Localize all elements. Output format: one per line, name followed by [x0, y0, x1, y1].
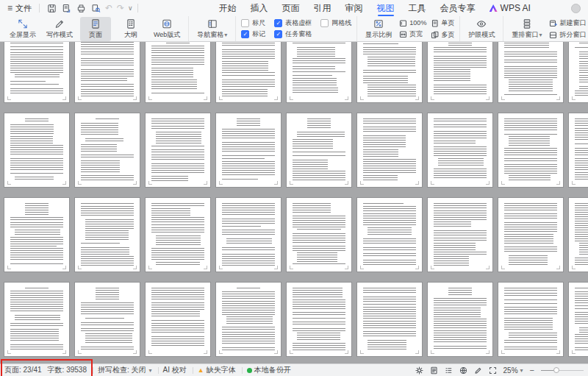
page-thumbnail[interactable]: [145, 113, 211, 188]
tab-wps-ai[interactable]: WPS AI: [490, 0, 531, 16]
page-thumbnail[interactable]: [74, 42, 140, 103]
page-thumbnail[interactable]: [427, 197, 493, 272]
navigation-pane-button[interactable]: 导航窗格: [194, 17, 230, 41]
split-window-button[interactable]: 拆分窗口: [549, 30, 588, 40]
page-thumbnail[interactable]: [4, 282, 70, 357]
page-thumbnail[interactable]: [145, 197, 211, 272]
page-thumbnail[interactable]: [498, 42, 564, 103]
fullscreen-button[interactable]: 全屏显示: [7, 17, 39, 41]
page-mode-button[interactable]: 页面: [80, 17, 111, 41]
page-thumbnail[interactable]: [286, 113, 352, 188]
crop-mark: [572, 181, 576, 185]
tab-review[interactable]: 审阅: [345, 0, 363, 16]
zoom-out-button[interactable]: −: [530, 366, 534, 375]
page-text-lines: [10, 203, 63, 266]
undo-button[interactable]: ↶: [103, 3, 115, 13]
rearrange-windows-icon: [521, 18, 533, 29]
single-page-button[interactable]: 单页: [431, 18, 454, 28]
page-text-lines: [434, 42, 487, 96]
export-pdf-button[interactable]: [59, 1, 74, 15]
page-thumbnail[interactable]: [356, 113, 423, 188]
page-thumbnail[interactable]: [215, 42, 282, 103]
rearrange-windows-button[interactable]: 重排窗口: [509, 17, 545, 41]
zoom-slider[interactable]: [541, 367, 584, 373]
document-canvas[interactable]: [0, 42, 588, 363]
status-page-view-button[interactable]: [430, 366, 438, 375]
page-thumbnail[interactable]: [286, 197, 352, 272]
status-fullscreen-button[interactable]: [489, 366, 497, 375]
marks-checkbox[interactable]: 标记: [241, 29, 265, 39]
web-layout-icon: [161, 18, 173, 29]
local-backup-status[interactable]: 本地备份开: [247, 365, 291, 375]
page-thumbnail[interactable]: [286, 282, 352, 357]
page-thumbnail[interactable]: [74, 113, 140, 188]
page-thumbnail[interactable]: [286, 42, 352, 103]
eye-protection-group: 护眼模式: [459, 16, 503, 41]
zoom-100-button[interactable]: 100%: [399, 19, 426, 27]
tab-insert[interactable]: 插入: [251, 0, 268, 16]
page-thumbnail[interactable]: [215, 113, 282, 188]
spellcheck-status[interactable]: 拼写检查: 关闭: [98, 365, 152, 375]
tab-tools[interactable]: 工具: [409, 0, 426, 16]
print-preview-button[interactable]: [88, 1, 103, 15]
page-thumbnail[interactable]: [498, 197, 564, 272]
status-settings-button[interactable]: [415, 366, 423, 375]
status-writing-mode-button[interactable]: [474, 366, 482, 375]
print-button[interactable]: [74, 1, 88, 15]
page-thumbnail[interactable]: [4, 42, 70, 103]
web-layout-button[interactable]: Web版式: [151, 17, 183, 41]
tab-home[interactable]: 开始: [219, 0, 237, 16]
page-thumbnail[interactable]: [4, 197, 70, 272]
page-text-lines: [434, 203, 487, 266]
page-thumbnail[interactable]: [4, 113, 70, 188]
ai-proofread-button[interactable]: AI 校对: [163, 365, 187, 375]
missing-font-warning[interactable]: ▲缺失字体: [198, 365, 236, 375]
page-thumbnail[interactable]: [427, 42, 493, 103]
page-thumbnail[interactable]: [568, 197, 588, 272]
new-window-button[interactable]: 新建窗口: [549, 18, 588, 28]
ruler-checkbox[interactable]: 标尺: [241, 18, 265, 28]
page-thumbnail[interactable]: [215, 282, 282, 357]
outline-view-button[interactable]: 大纲: [115, 17, 146, 41]
eye-protection-button[interactable]: 护眼模式: [465, 17, 498, 41]
page-thumbnail[interactable]: [498, 282, 564, 357]
page-thumbnail[interactable]: [356, 197, 423, 272]
page-text-lines: [504, 203, 557, 266]
account-status-icon[interactable]: [571, 4, 581, 13]
status-web-view-button[interactable]: [459, 366, 467, 375]
page-thumbnail[interactable]: [568, 113, 588, 188]
zoom-ratio-button[interactable]: 显示比例: [362, 17, 395, 41]
divider: [93, 367, 93, 374]
task-pane-checkbox[interactable]: 任务窗格: [274, 29, 312, 39]
page-thumbnail[interactable]: [74, 282, 140, 357]
page-width-button[interactable]: 页宽: [399, 29, 426, 39]
writing-mode-button[interactable]: 写作模式: [43, 17, 76, 41]
slider-handle[interactable]: [553, 367, 559, 373]
table-gridlines-checkbox[interactable]: 表格虚框: [274, 18, 312, 28]
file-menu-button[interactable]: ≡ 文件: [4, 3, 35, 14]
status-outline-view-button[interactable]: [445, 366, 453, 375]
page-thumbnail[interactable]: [356, 42, 423, 103]
multi-page-button[interactable]: 多页: [431, 30, 454, 40]
tab-view[interactable]: 视图: [377, 0, 395, 16]
page-thumbnail[interactable]: [74, 197, 140, 272]
crop-mark: [274, 181, 278, 185]
page-thumbnail[interactable]: [568, 282, 588, 357]
save-button[interactable]: [44, 1, 59, 15]
page-thumbnail[interactable]: [427, 113, 493, 188]
page-thumbnail[interactable]: [145, 282, 211, 357]
page-thumbnail[interactable]: [498, 113, 564, 188]
tab-page[interactable]: 页面: [282, 0, 300, 16]
page-thumbnail[interactable]: [356, 282, 423, 357]
toolbar-more-button[interactable]: ∨: [128, 4, 133, 12]
page-thumbnail[interactable]: [427, 282, 493, 357]
page-thumbnail[interactable]: [215, 197, 282, 272]
tab-references[interactable]: 引用: [314, 0, 331, 16]
crop-mark: [62, 181, 66, 185]
tab-membership[interactable]: 会员专享: [440, 0, 476, 16]
page-thumbnail[interactable]: [145, 42, 211, 103]
zoom-level-dropdown[interactable]: 25%: [503, 366, 523, 375]
gridlines-checkbox[interactable]: 网格线: [320, 18, 351, 28]
redo-button[interactable]: ↷: [115, 3, 126, 13]
page-thumbnail[interactable]: [568, 42, 588, 103]
